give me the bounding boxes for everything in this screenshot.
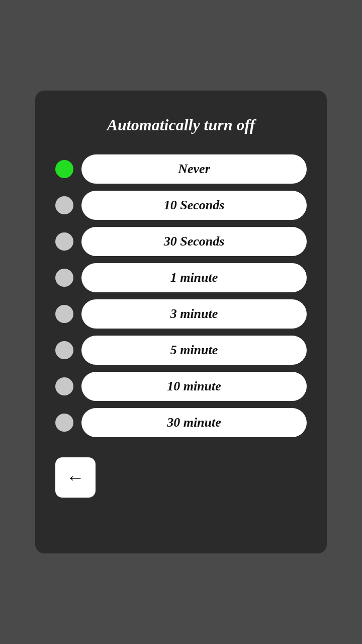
option-label-10s: 10 Seconds xyxy=(81,191,307,220)
option-row-10s[interactable]: 10 Seconds xyxy=(55,191,307,220)
option-row-30s[interactable]: 30 Seconds xyxy=(55,227,307,256)
option-row-3min[interactable]: 3 minute xyxy=(55,299,307,329)
back-button-wrap: ← xyxy=(55,457,307,498)
option-label-30s: 30 Seconds xyxy=(81,227,307,256)
radio-3min xyxy=(55,305,73,323)
page-title: Automatically turn off xyxy=(107,116,255,134)
option-row-30min[interactable]: 30 minute xyxy=(55,408,307,437)
radio-5min xyxy=(55,341,73,359)
back-arrow-icon: ← xyxy=(66,467,84,488)
option-label-3min: 3 minute xyxy=(81,299,307,329)
option-row-1min[interactable]: 1 minute xyxy=(55,263,307,292)
option-label-30min: 30 minute xyxy=(81,408,307,437)
option-row-5min[interactable]: 5 minute xyxy=(55,336,307,365)
options-list: Never10 Seconds30 Seconds1 minute3 minut… xyxy=(55,154,307,437)
option-label-10min: 10 minute xyxy=(81,372,307,401)
option-label-1min: 1 minute xyxy=(81,263,307,292)
settings-card: Automatically turn off Never10 Seconds30… xyxy=(35,91,327,553)
option-row-never[interactable]: Never xyxy=(55,154,307,184)
radio-10s xyxy=(55,196,73,214)
radio-never xyxy=(55,160,73,178)
radio-30min xyxy=(55,414,73,432)
option-label-5min: 5 minute xyxy=(81,336,307,365)
radio-10min xyxy=(55,377,73,395)
option-row-10min[interactable]: 10 minute xyxy=(55,372,307,401)
back-button[interactable]: ← xyxy=(55,457,96,498)
option-label-never: Never xyxy=(81,154,307,184)
radio-30s xyxy=(55,232,73,251)
radio-1min xyxy=(55,269,73,287)
